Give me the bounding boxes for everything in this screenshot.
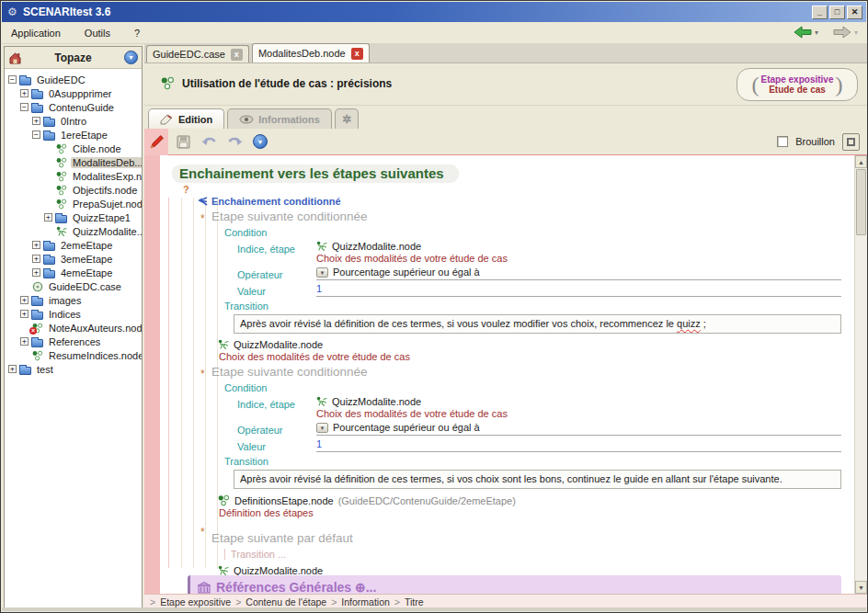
field-label: Valeur	[237, 438, 316, 452]
tree-item-objectifs[interactable]: Objectifs.node	[8, 183, 140, 197]
expand-icon[interactable]: +	[20, 89, 29, 97]
tree-item-1ereetape[interactable]: − 1ereEtape	[8, 128, 140, 142]
app-window: ⚙ SCENARItest 3.6 _ □ ✕ Application Outi…	[0, 0, 868, 613]
forward-dropdown-icon[interactable]: ▾	[854, 28, 858, 37]
edit-mode-indicator[interactable]	[144, 129, 168, 155]
tree-item-0intro[interactable]: + 0Intro	[8, 114, 140, 128]
transition-label: Transition	[224, 301, 854, 312]
tree-item-indices[interactable]: + Indices	[8, 307, 140, 321]
folder-icon	[19, 364, 31, 375]
close-tab-icon[interactable]: x	[231, 49, 243, 61]
field-label: Indice, étape	[237, 241, 316, 264]
tree-item-guideedc[interactable]: − GuideEDC	[8, 73, 140, 86]
tab-edition[interactable]: Edition	[148, 108, 224, 129]
node-reference[interactable]: QuizzModalite.node	[218, 339, 854, 350]
expand-icon[interactable]: +	[32, 255, 40, 263]
expand-icon[interactable]: +	[44, 213, 52, 221]
menu-help[interactable]: ?	[134, 28, 140, 39]
expand-icon[interactable]: +	[32, 268, 40, 277]
transition-textbox[interactable]: Après avoir révisé la définition de ces …	[234, 314, 841, 334]
expand-plus-icon[interactable]: ⊕...	[355, 580, 376, 594]
minimize-button[interactable]: _	[812, 6, 828, 19]
expand-icon[interactable]: +	[20, 310, 29, 318]
breadcrumb-item-titre[interactable]: Titre	[405, 596, 424, 607]
tree-item-modalitesexp[interactable]: ModalitesExp.n...	[8, 169, 140, 183]
tree-item-images[interactable]: + images	[8, 293, 140, 307]
value-input[interactable]: 1	[316, 283, 841, 297]
scroll-up-icon[interactable]: ▲	[855, 155, 867, 168]
value-input[interactable]: 1	[316, 438, 841, 452]
tree-item-modalitesdeb-selected[interactable]: ModalitesDeb....	[8, 155, 140, 169]
node-icon	[32, 350, 43, 361]
tree-item-noteauxauteurs[interactable]: × NoteAuxAuteurs.node	[8, 321, 140, 335]
tab-informations[interactable]: Informations	[227, 108, 332, 129]
tab-modalitesdeb-node[interactable]: ModalitesDeb.node x	[252, 43, 370, 62]
tree-item-quizzmodalite[interactable]: QuizzModalite....	[8, 224, 140, 238]
document-header: Utilisation de l'étude de cas : précisio…	[144, 63, 867, 106]
maximize-button[interactable]: □	[829, 6, 845, 19]
expand-icon[interactable]: +	[32, 117, 40, 125]
tree-item-guideedc-case[interactable]: GuideEDC.case	[8, 279, 140, 293]
fullscreen-button[interactable]	[842, 133, 860, 151]
breadcrumb-item-etape-expositive[interactable]: Etape expositive	[160, 596, 231, 607]
branch-icon	[198, 197, 208, 207]
help-marker[interactable]: ?	[183, 184, 854, 195]
workshop-icon[interactable]	[8, 51, 22, 64]
tree-item-0asuppprimer[interactable]: + 0Asuppprimer	[8, 86, 140, 100]
dropdown-icon: ▼	[316, 423, 328, 433]
folder-icon	[31, 102, 43, 113]
sidebar-menu-icon[interactable]: ▼	[124, 51, 138, 64]
tree-item-test[interactable]: + test	[8, 362, 140, 376]
save-button[interactable]	[172, 131, 194, 152]
sidebar-panel: Topaze ▼ − GuideEDC + 0Asuppprimer − Con…	[4, 46, 143, 608]
value-field: Valeur 1	[237, 438, 854, 452]
expand-icon[interactable]: +	[32, 241, 40, 249]
redo-icon[interactable]	[223, 131, 246, 152]
tab-guideedc-case[interactable]: GuideEDC.case x	[146, 45, 249, 62]
tree-item-prepasujet[interactable]: PrepaSujet.node	[8, 197, 140, 210]
collapse-icon[interactable]: −	[20, 103, 29, 111]
expand-icon[interactable]: +	[20, 337, 29, 346]
conditional-chain-link[interactable]: Enchainement conditionné	[198, 196, 854, 207]
file-tree: − GuideEDC + 0Asuppprimer − ContenuGuide…	[5, 69, 142, 378]
tree-item-references[interactable]: + References	[8, 335, 140, 348]
draft-checkbox[interactable]	[777, 136, 788, 147]
back-dropdown-icon[interactable]: ▾	[815, 28, 818, 37]
breadcrumb-item-information[interactable]: Information	[341, 596, 390, 607]
required-marker: *	[200, 368, 205, 380]
expand-icon[interactable]: +	[20, 296, 29, 304]
menu-application[interactable]: Application	[11, 28, 61, 39]
breadcrumb-item-contenu[interactable]: Contenu de l'étape	[246, 596, 326, 607]
operator-select[interactable]: ▼ Pourcentage supérieur ou égal à	[316, 422, 841, 436]
operator-select[interactable]: ▼ Pourcentage supérieur ou égal à	[316, 267, 841, 280]
tree-item-3emeetape[interactable]: + 3emeEtape	[8, 252, 140, 266]
page-title: Utilisation de l'étude de cas : précisio…	[182, 77, 392, 90]
transition-placeholder[interactable]: Transition ...	[224, 549, 854, 560]
collapse-icon[interactable]: −	[8, 75, 17, 84]
undo-icon[interactable]	[198, 131, 220, 152]
tree-item-cible[interactable]: Cible.node	[8, 142, 140, 155]
collapse-icon[interactable]: −	[32, 131, 40, 139]
scroll-down-icon[interactable]: ▼	[855, 581, 867, 594]
node-reference[interactable]: QuizzModalite.node	[316, 241, 841, 252]
tree-item-contenuguide[interactable]: − ContenuGuide	[8, 100, 140, 114]
sidebar-title: Topaze	[22, 51, 124, 64]
vertical-scrollbar[interactable]: ▲ ▼	[854, 155, 867, 594]
forward-icon[interactable]	[833, 26, 851, 39]
menu-outils[interactable]: Outils	[85, 28, 110, 39]
node-reference[interactable]: QuizzModalite.node	[316, 396, 841, 407]
tab-advanced[interactable]: ✲	[335, 108, 359, 129]
scrollbar-thumb[interactable]	[856, 169, 866, 235]
node-reference[interactable]: DefinitionsEtape.node (GuideEDC/ContenuG…	[218, 494, 854, 506]
actions-dropdown-icon[interactable]: ▼	[249, 131, 271, 152]
tree-item-2emeetape[interactable]: + 2emeEtape	[8, 238, 140, 252]
back-icon[interactable]	[794, 26, 812, 39]
expand-icon[interactable]: +	[8, 365, 17, 373]
tree-item-quizzetape1[interactable]: + QuizzEtape1	[8, 210, 140, 224]
transition-textbox[interactable]: Après avoir révisé la définition de ces …	[234, 470, 841, 489]
tree-item-resumeindices[interactable]: ResumeIndices.node	[8, 348, 140, 362]
close-button[interactable]: ✕	[847, 6, 862, 19]
tree-item-4emeetape[interactable]: + 4emeEtape	[8, 266, 140, 279]
references-generales-bar[interactable]: Références Générales ⊕...	[188, 575, 841, 594]
close-tab-icon[interactable]: x	[351, 48, 363, 60]
